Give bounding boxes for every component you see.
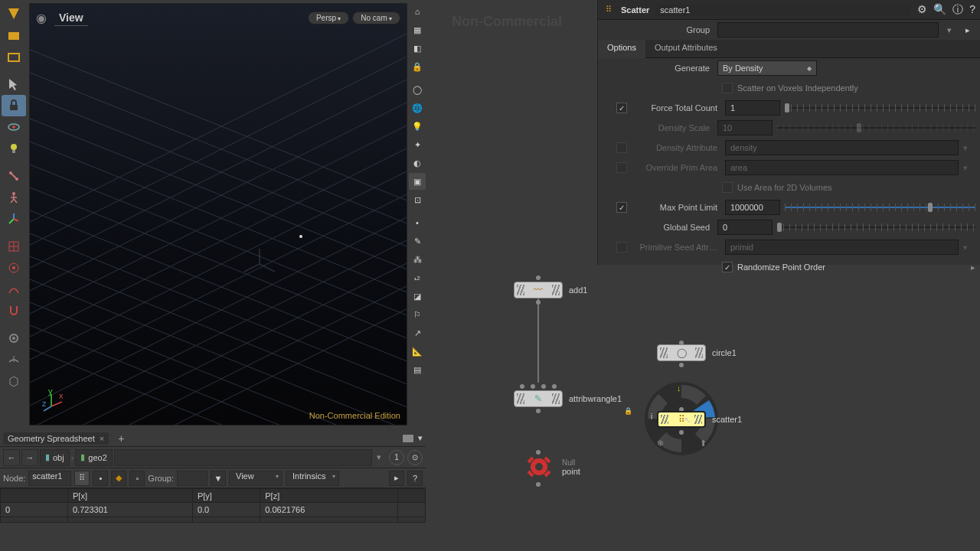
node-field[interactable]: scatter1 bbox=[28, 471, 71, 486]
col-px[interactable]: P[x] bbox=[68, 489, 193, 503]
prims-mode-icon[interactable]: ◆ bbox=[111, 471, 126, 486]
tool-arrow[interactable] bbox=[2, 73, 26, 95]
path-geo[interactable]: ▮geo2 bbox=[75, 449, 112, 466]
expand-icon[interactable]: ▸ bbox=[971, 262, 975, 272]
override-prim-checkbox[interactable] bbox=[616, 162, 627, 173]
display-ghost-icon[interactable]: ◯ bbox=[409, 81, 426, 98]
tool-magnet[interactable] bbox=[2, 300, 26, 321]
tool-lock[interactable] bbox=[2, 95, 26, 116]
tool-box[interactable] bbox=[2, 370, 26, 392]
tool-cplane[interactable] bbox=[2, 349, 26, 370]
tool-snap-grid[interactable] bbox=[2, 236, 26, 257]
path-obj[interactable]: ▮obj bbox=[40, 449, 70, 466]
tool-snap-curve[interactable] bbox=[2, 279, 26, 300]
display-home-icon[interactable]: ⌂ bbox=[409, 3, 426, 20]
info-icon[interactable]: ⓘ bbox=[952, 3, 963, 17]
max-point-field[interactable]: 1000000 bbox=[725, 200, 780, 215]
group-dd-icon[interactable]: ▾ bbox=[943, 25, 956, 35]
tool-eye[interactable] bbox=[2, 116, 26, 138]
force-count-field[interactable]: 1 bbox=[725, 100, 780, 116]
filter-icon[interactable]: ▼ bbox=[211, 471, 226, 486]
count-indicator[interactable]: 1 bbox=[389, 450, 404, 465]
viewport-3d[interactable]: ◉ View Persp No cam Non-Commercial Editi… bbox=[29, 3, 407, 425]
display-eraser-icon[interactable]: ◪ bbox=[409, 288, 426, 305]
randomize-checkbox[interactable] bbox=[722, 262, 733, 272]
display-point-icon[interactable]: • bbox=[409, 214, 426, 231]
display-mode-icon[interactable]: ▦ bbox=[409, 21, 426, 38]
gear-icon[interactable]: ⚙ bbox=[917, 3, 927, 17]
display-ruler-icon[interactable]: 📐 bbox=[409, 343, 426, 360]
verts-mode-icon[interactable]: • bbox=[93, 471, 108, 486]
view-dropdown[interactable]: View bbox=[229, 471, 283, 486]
force-count-checkbox[interactable] bbox=[616, 103, 627, 113]
points-mode-icon[interactable]: ⠿ bbox=[74, 471, 90, 486]
node-name-field[interactable]: scatter1 bbox=[655, 4, 911, 16]
forward-icon[interactable]: → bbox=[21, 449, 38, 466]
col-idx[interactable] bbox=[1, 489, 68, 503]
spreadsheet-tab[interactable]: Geometry Spreadsheet × bbox=[3, 432, 109, 445]
path-input[interactable] bbox=[114, 449, 372, 466]
display-normals-icon[interactable]: ↗ bbox=[409, 324, 426, 341]
tool-select-face[interactable] bbox=[2, 24, 26, 46]
detail-mode-icon[interactable]: ▫ bbox=[129, 471, 145, 486]
node-add1[interactable]: 〰 add1 bbox=[514, 282, 587, 298]
up-arrow-icon[interactable]: ↓ bbox=[677, 383, 681, 393]
force-count-slider[interactable] bbox=[785, 100, 975, 116]
prim-seed-checkbox[interactable] bbox=[616, 242, 627, 253]
global-seed-field[interactable]: 0 bbox=[717, 220, 773, 235]
table-row[interactable]: 0 0.723301 0.0 0.0621766 bbox=[1, 503, 426, 517]
max-point-slider[interactable] bbox=[785, 200, 975, 215]
tool-settings[interactable] bbox=[2, 328, 26, 349]
back-icon[interactable]: ← bbox=[3, 449, 20, 466]
play-icon[interactable]: ▸ bbox=[389, 471, 404, 486]
display-hq-icon[interactable]: ✦ bbox=[409, 136, 426, 153]
camera-dropdown[interactable]: No cam bbox=[352, 11, 400, 24]
group-field[interactable] bbox=[177, 471, 207, 486]
max-point-checkbox[interactable] bbox=[616, 202, 627, 213]
tab-output-attributes[interactable]: Output Attributes bbox=[645, 40, 727, 57]
help-icon[interactable]: ? bbox=[407, 471, 423, 486]
group-param-field[interactable] bbox=[717, 22, 939, 37]
display-wand-icon[interactable]: ⁂ bbox=[409, 251, 426, 268]
display-bulb-icon[interactable]: 💡 bbox=[409, 118, 426, 135]
node-circle1[interactable]: ◯ circle1 bbox=[657, 344, 737, 361]
info-icon[interactable]: i bbox=[651, 412, 652, 421]
display-flag-icon[interactable]: ⚐ bbox=[409, 306, 426, 323]
display-opts-icon[interactable]: ▤ bbox=[409, 361, 426, 378]
node-null-point[interactable]: Null point bbox=[522, 455, 580, 479]
add-tab-icon[interactable]: + bbox=[113, 432, 129, 445]
display-num-icon[interactable]: ₁2 bbox=[409, 269, 426, 286]
display-shade-icon[interactable]: ▣ bbox=[409, 173, 426, 190]
upload-icon[interactable]: ⬆ bbox=[700, 439, 707, 448]
global-seed-slider[interactable] bbox=[777, 220, 975, 235]
intrinsics-dropdown[interactable]: Intrinsics bbox=[286, 471, 339, 486]
group-select-icon[interactable]: ▸ bbox=[960, 22, 975, 37]
col-pz[interactable]: P[z] bbox=[260, 489, 398, 503]
display-brush-icon[interactable]: ✎ bbox=[409, 233, 426, 249]
display-xray-icon[interactable]: ⊡ bbox=[409, 191, 426, 208]
tab-options[interactable]: Options bbox=[598, 40, 645, 58]
tool-select-obj[interactable] bbox=[2, 3, 26, 24]
display-lock-icon[interactable]: 🔒 bbox=[409, 58, 426, 75]
panel-menu-icon[interactable]: ▾ bbox=[418, 433, 423, 443]
tool-select-edge[interactable] bbox=[2, 46, 26, 67]
persp-dropdown[interactable]: Persp bbox=[308, 11, 349, 24]
pin-icon[interactable]: ⊙ bbox=[407, 450, 423, 465]
tool-pose[interactable] bbox=[2, 187, 26, 208]
density-attr-checkbox[interactable] bbox=[616, 142, 627, 153]
tool-axis[interactable] bbox=[2, 208, 26, 230]
tool-light[interactable] bbox=[2, 138, 26, 159]
display-globe-icon[interactable]: 🌐 bbox=[409, 99, 426, 116]
generate-dropdown[interactable]: By Density bbox=[717, 60, 817, 76]
close-tab-icon[interactable]: × bbox=[100, 434, 104, 443]
node-attribwrangle1[interactable]: ✎ attribwrangle1 bbox=[514, 390, 622, 407]
node-scatter1[interactable]: ⠿ scatter1 bbox=[657, 411, 742, 428]
viewport-eye-icon[interactable]: ◉ bbox=[36, 11, 47, 25]
search-icon[interactable]: 🔍 bbox=[933, 3, 946, 17]
snowflake-icon[interactable]: ❄ bbox=[657, 439, 664, 448]
display-mat-icon[interactable]: ◐ bbox=[409, 155, 426, 171]
node-graph[interactable]: 〰 add1 ✎ attribwrangle1 ◯ circle1 i ↓ ❄ … bbox=[429, 268, 980, 551]
voxels-checkbox[interactable] bbox=[722, 83, 733, 93]
panel-chip-icon[interactable] bbox=[403, 435, 413, 442]
col-py[interactable]: P[y] bbox=[192, 489, 260, 503]
